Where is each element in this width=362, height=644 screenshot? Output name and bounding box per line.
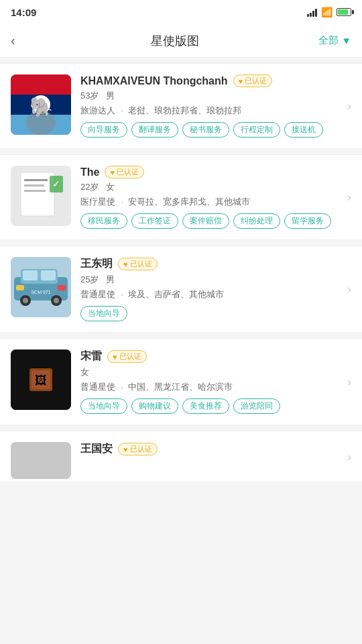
tag: 接送机 bbox=[284, 122, 323, 138]
user-meta: 女 bbox=[80, 366, 351, 378]
svg-rect-16 bbox=[23, 270, 38, 280]
svg-text:🐘: 🐘 bbox=[29, 96, 53, 118]
heart-icon: ♥ bbox=[239, 77, 243, 85]
filter-arrow-icon: ▼ bbox=[341, 35, 351, 46]
tags-container: 移民服务 工作签证 案件赔偿 纠纷处理 留学服务 bbox=[80, 213, 351, 229]
tag: 购物建议 bbox=[131, 398, 178, 414]
name-row: The ♥ 已认证 bbox=[80, 166, 351, 178]
heart-icon: ♥ bbox=[123, 260, 128, 268]
name-row: 王国安 ♥ 已认证 bbox=[80, 442, 351, 456]
svg-rect-17 bbox=[41, 270, 56, 280]
tags-container: 向导服务 翻译服务 秘书服务 行程定制 接送机 bbox=[80, 122, 351, 138]
svg-text:🖼: 🖼 bbox=[35, 374, 47, 387]
list-item[interactable]: ✓ The ♥ 已认证 22岁 女 医疗星使 · 安哥拉、宽多库邦戈、其他城市 … bbox=[0, 154, 362, 240]
card-arrow-icon: › bbox=[347, 99, 351, 113]
name-row: KHAMXAIVEUN Thongchanh ♥ 已认证 bbox=[80, 74, 351, 87]
filter-all-button[interactable]: 全部 ▼ bbox=[318, 34, 351, 47]
user-meta: 25岁 男 bbox=[80, 274, 351, 286]
user-desc: 普通星使 · 中国、黑龙江省、哈尔滨市 bbox=[80, 381, 351, 393]
tag: 移民服务 bbox=[80, 213, 127, 229]
status-icons: 📶 bbox=[307, 7, 351, 17]
user-name: KHAMXAIVEUN Thongchanh bbox=[80, 75, 228, 87]
user-name: 王国安 bbox=[80, 442, 113, 456]
user-meta: 22岁 女 bbox=[80, 181, 351, 193]
list-item[interactable]: SCM 971 王东明 ♥ 已认证 25岁 男 普通星使 · 埃及、吉萨省、其他… bbox=[0, 246, 362, 333]
tag: 当地向导 bbox=[80, 306, 127, 321]
card-content: KHAMXAIVEUN Thongchanh ♥ 已认证 53岁 男 旅游达人 … bbox=[80, 74, 351, 138]
tags-container: 当地向导 购物建议 美食推荐 游览陪同 bbox=[80, 398, 351, 414]
avatar bbox=[11, 442, 71, 479]
avatar: SCM 971 bbox=[11, 257, 71, 317]
tag: 向导服务 bbox=[80, 122, 127, 138]
name-row: 王东明 ♥ 已认证 bbox=[80, 257, 351, 271]
user-desc: 旅游达人 · 老挝、琅勃拉邦省、琅勃拉邦 bbox=[80, 105, 351, 117]
tag: 美食推荐 bbox=[182, 398, 229, 414]
back-button[interactable]: ‹ bbox=[11, 33, 31, 48]
user-meta: 53岁 男 bbox=[80, 90, 351, 102]
tag: 工作签证 bbox=[131, 213, 178, 229]
card-content: 王东明 ♥ 已认证 25岁 男 普通星使 · 埃及、吉萨省、其他城市 当地向导 bbox=[80, 257, 351, 321]
list-item[interactable]: 🐘 KHAMXAIVEUN Thongchanh ♥ 已认证 53岁 男 旅游达… bbox=[0, 63, 362, 149]
status-time: 14:09 bbox=[11, 7, 36, 18]
verified-badge: ♥ 已认证 bbox=[118, 443, 158, 455]
card-content: The ♥ 已认证 22岁 女 医疗星使 · 安哥拉、宽多库邦戈、其他城市 移民… bbox=[80, 166, 351, 229]
card-arrow-icon: › bbox=[347, 191, 351, 205]
page-title: 星使版图 bbox=[151, 33, 199, 49]
card-arrow-icon: › bbox=[347, 449, 351, 464]
card-arrow-icon: › bbox=[347, 375, 351, 389]
avatar: 🖼 bbox=[11, 350, 71, 410]
header: ‹ 星使版图 全部 ▼ bbox=[0, 24, 362, 58]
verified-label: 已认证 bbox=[119, 352, 141, 362]
card-content: 王国安 ♥ 已认证 bbox=[80, 442, 351, 479]
svg-rect-9 bbox=[24, 184, 44, 186]
svg-text:SCM 971: SCM 971 bbox=[31, 290, 50, 294]
name-row: 宋雷 ♥ 已认证 bbox=[80, 350, 351, 364]
svg-rect-22 bbox=[16, 285, 24, 290]
verified-label: 已认证 bbox=[130, 259, 152, 269]
list-item[interactable]: 🖼 宋雷 ♥ 已认证 女 普通星使 · 中国、黑龙江省、哈尔滨市 当地向导 购物… bbox=[0, 338, 362, 425]
verified-badge: ♥ 已认证 bbox=[107, 350, 147, 363]
tag: 当地向导 bbox=[80, 398, 127, 414]
verified-label: 已认证 bbox=[245, 76, 267, 86]
svg-point-21 bbox=[54, 298, 59, 303]
heart-icon: ♥ bbox=[113, 353, 117, 361]
user-name: 王东明 bbox=[80, 257, 113, 271]
svg-point-19 bbox=[23, 298, 28, 303]
tag: 留学服务 bbox=[284, 213, 331, 229]
user-name: The bbox=[80, 166, 99, 178]
user-desc: 普通星使 · 埃及、吉萨省、其他城市 bbox=[80, 288, 351, 301]
svg-rect-29 bbox=[11, 442, 71, 479]
verified-label: 已认证 bbox=[117, 167, 139, 177]
battery-icon bbox=[337, 8, 351, 16]
wifi-icon: 📶 bbox=[321, 7, 333, 17]
verified-badge: ♥ 已认证 bbox=[118, 258, 158, 270]
card-content: 宋雷 ♥ 已认证 女 普通星使 · 中国、黑龙江省、哈尔滨市 当地向导 购物建议… bbox=[80, 350, 351, 414]
svg-rect-23 bbox=[58, 285, 66, 290]
tag: 纠纷处理 bbox=[233, 213, 280, 229]
tag: 案件赔偿 bbox=[182, 213, 229, 229]
tag: 游览陪同 bbox=[233, 398, 280, 414]
verified-label: 已认证 bbox=[130, 444, 152, 454]
heart-icon: ♥ bbox=[123, 445, 128, 453]
status-bar: 14:09 📶 bbox=[0, 0, 362, 24]
heart-icon: ♥ bbox=[110, 168, 115, 176]
avatar: ✓ bbox=[11, 166, 71, 226]
svg-rect-10 bbox=[24, 190, 46, 192]
verified-badge: ♥ 已认证 bbox=[105, 166, 144, 178]
tag: 翻译服务 bbox=[131, 122, 178, 138]
tag: 秘书服务 bbox=[182, 122, 229, 138]
user-name: 宋雷 bbox=[80, 350, 102, 364]
tag: 行程定制 bbox=[233, 122, 280, 138]
signal-icon bbox=[307, 7, 317, 17]
card-arrow-icon: › bbox=[347, 282, 351, 297]
avatar: 🐘 bbox=[11, 74, 71, 135]
svg-rect-8 bbox=[24, 179, 48, 181]
svg-text:✓: ✓ bbox=[52, 178, 60, 189]
svg-rect-1 bbox=[11, 74, 71, 95]
tags-container: 当地向导 bbox=[80, 306, 351, 321]
filter-all-label: 全部 bbox=[318, 34, 339, 47]
verified-badge: ♥ 已认证 bbox=[233, 74, 273, 87]
list-item[interactable]: 王国安 ♥ 已认证 › bbox=[0, 431, 362, 482]
svg-rect-7 bbox=[21, 172, 54, 216]
user-desc: 医疗星使 · 安哥拉、宽多库邦戈、其他城市 bbox=[80, 196, 351, 208]
